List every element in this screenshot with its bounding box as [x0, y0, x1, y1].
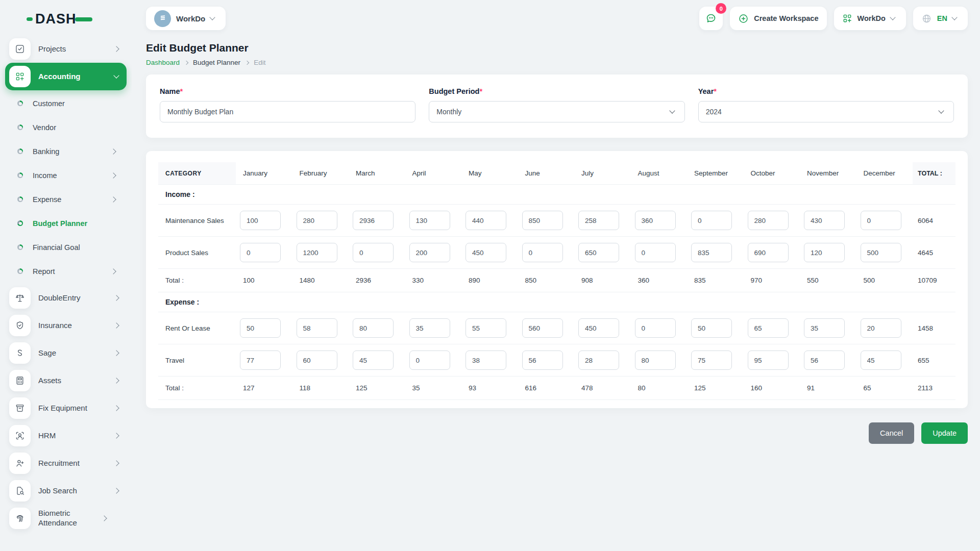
budget-value-input[interactable] [240, 318, 281, 338]
budget-value-input[interactable] [353, 318, 394, 338]
month-total-value: 35 [405, 377, 462, 400]
row-total-value: 6064 [913, 205, 955, 237]
budget-value-input[interactable] [240, 211, 281, 230]
budget-value-input[interactable] [691, 350, 732, 370]
budget-value-input[interactable] [578, 243, 619, 262]
value-cell [292, 312, 349, 344]
budget-period-select[interactable]: Monthly [429, 101, 684, 122]
sidebar-item-banking[interactable]: Banking [5, 139, 127, 163]
sidebar-item-recruitment[interactable]: Recruitment [5, 449, 127, 477]
sidebar-item-financial-goal[interactable]: Financial Goal [5, 235, 127, 259]
budget-value-input[interactable] [748, 243, 789, 262]
budget-value-input[interactable] [861, 211, 901, 230]
sidebar-item-vendor[interactable]: Vendor [5, 115, 127, 139]
fingerprint-icon [9, 508, 31, 529]
sidebar-item-projects[interactable]: Projects [5, 35, 127, 63]
sidebar-item-insurance[interactable]: Insurance [5, 312, 127, 339]
budget-value-input[interactable] [748, 211, 789, 230]
budget-value-input[interactable] [804, 243, 845, 262]
sidebar-item-customer[interactable]: Customer [5, 91, 127, 115]
sidebar-item-biometric-attendance[interactable]: Biometric Attendance [5, 505, 127, 532]
value-cell [744, 205, 800, 237]
sidebar-item-sage[interactable]: Sage [5, 339, 127, 367]
year-select[interactable]: 2024 [698, 101, 954, 122]
accounting-icon [9, 66, 31, 87]
app-root: DASH Projects Accounting [0, 0, 980, 551]
budget-value-input[interactable] [409, 350, 450, 370]
budget-value-input[interactable] [240, 350, 281, 370]
budget-value-input[interactable] [691, 318, 732, 338]
sidebar-item-assets[interactable]: Assets [5, 367, 127, 394]
sidebar-item-hrm[interactable]: HRM [5, 422, 127, 449]
budget-value-input[interactable] [297, 350, 337, 370]
breadcrumb-dashboard-link[interactable]: Dashboard [146, 59, 180, 66]
budget-value-input[interactable] [465, 318, 506, 338]
create-workspace-button[interactable]: Create Workspace [730, 7, 826, 30]
budget-value-input[interactable] [522, 243, 563, 262]
workspace-selector[interactable]: WorkDo [146, 7, 226, 30]
budget-value-input[interactable] [635, 211, 676, 230]
budget-value-input[interactable] [297, 318, 337, 338]
sidebar-item-job-search[interactable]: Job Search [5, 477, 127, 505]
budget-value-input[interactable] [409, 318, 450, 338]
budget-value-input[interactable] [691, 211, 732, 230]
cancel-button[interactable]: Cancel [869, 422, 914, 444]
month-total-value: 65 [856, 377, 913, 400]
budget-value-input[interactable] [804, 318, 845, 338]
sidebar-item-budget-planner[interactable]: Budget Planner [5, 211, 127, 235]
budget-value-input[interactable] [635, 318, 676, 338]
budget-value-input[interactable] [861, 243, 901, 262]
chevron-down-icon [951, 14, 957, 20]
budget-value-input[interactable] [578, 318, 619, 338]
sidebar-item-report[interactable]: Report [5, 259, 127, 283]
user-menu-button[interactable]: WorkDo [834, 7, 906, 30]
sidebar-item-label: Accounting [38, 72, 107, 82]
page-header: Edit Budget Planner Dashboard Budget Pla… [146, 42, 968, 66]
budget-value-input[interactable] [297, 243, 337, 262]
shield-check-icon [9, 315, 31, 336]
month-header-cell: May [461, 162, 518, 185]
budget-value-input[interactable] [353, 243, 394, 262]
value-cell [461, 344, 518, 377]
budget-value-input[interactable] [861, 318, 901, 338]
chevron-right-icon [113, 46, 119, 52]
budget-value-input[interactable] [522, 350, 563, 370]
budget-value-input[interactable] [635, 350, 676, 370]
budget-value-input[interactable] [578, 350, 619, 370]
value-cell [687, 312, 744, 344]
sidebar-item-expense[interactable]: Expense [5, 187, 127, 211]
breadcrumb-budget-planner-link[interactable]: Budget Planner [193, 59, 240, 66]
sidebar-item-income[interactable]: Income [5, 163, 127, 187]
budget-value-input[interactable] [297, 211, 337, 230]
category-label: Product Sales [158, 237, 236, 269]
budget-value-input[interactable] [465, 211, 506, 230]
budget-value-input[interactable] [691, 243, 732, 262]
update-button[interactable]: Update [921, 422, 968, 444]
budget-value-input[interactable] [240, 243, 281, 262]
budget-value-input[interactable] [465, 243, 506, 262]
chevron-down-icon [113, 72, 119, 78]
budget-value-input[interactable] [804, 350, 845, 370]
budget-value-input[interactable] [804, 211, 845, 230]
budget-value-input[interactable] [578, 211, 619, 230]
budget-value-input[interactable] [353, 350, 394, 370]
budget-value-input[interactable] [409, 243, 450, 262]
budget-value-input[interactable] [409, 211, 450, 230]
sidebar-item-doubleentry[interactable]: DoubleEntry [5, 284, 127, 312]
budget-value-input[interactable] [861, 350, 901, 370]
budget-value-input[interactable] [465, 350, 506, 370]
budget-value-input[interactable] [748, 350, 789, 370]
budget-value-input[interactable] [748, 318, 789, 338]
messages-button[interactable]: 0 [699, 7, 723, 30]
name-input[interactable] [160, 101, 415, 122]
chevron-right-icon [113, 350, 119, 356]
sidebar-item-accounting[interactable]: Accounting [5, 63, 127, 90]
budget-value-input[interactable] [522, 211, 563, 230]
budget-value-input[interactable] [522, 318, 563, 338]
chevron-right-icon [113, 433, 119, 438]
month-total-value: 330 [405, 269, 462, 292]
budget-value-input[interactable] [635, 243, 676, 262]
language-selector[interactable]: EN [913, 7, 968, 30]
sidebar-item-fix-equipment[interactable]: Fix Equipment [5, 394, 127, 422]
budget-value-input[interactable] [353, 211, 394, 230]
